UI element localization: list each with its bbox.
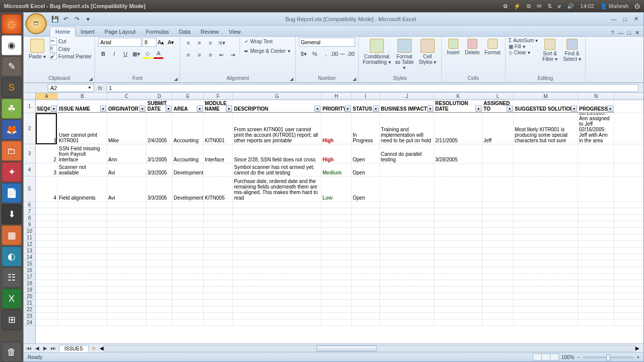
clock[interactable]: 14:02 xyxy=(580,3,594,9)
tray-icon[interactable]: ✿ xyxy=(503,3,508,10)
tray-icon[interactable]: ⚡ xyxy=(514,3,521,10)
window-title: Microsoft Excel - Bug Report.xls [Compat… xyxy=(4,3,145,9)
dropbox-icon[interactable]: ⧉ xyxy=(527,3,531,10)
user-menu[interactable]: 👤 Mahesh xyxy=(600,3,628,10)
wifi-icon[interactable]: ⸙ xyxy=(558,3,561,9)
mail-icon[interactable]: ✉ xyxy=(537,3,541,10)
volume-icon[interactable]: 🔊 xyxy=(567,3,574,10)
power-icon[interactable]: ⏻ xyxy=(634,3,640,9)
os-top-bar: Microsoft Excel - Bug Report.xls [Compat… xyxy=(0,0,644,12)
network-icon[interactable]: ⇅ xyxy=(547,3,552,10)
